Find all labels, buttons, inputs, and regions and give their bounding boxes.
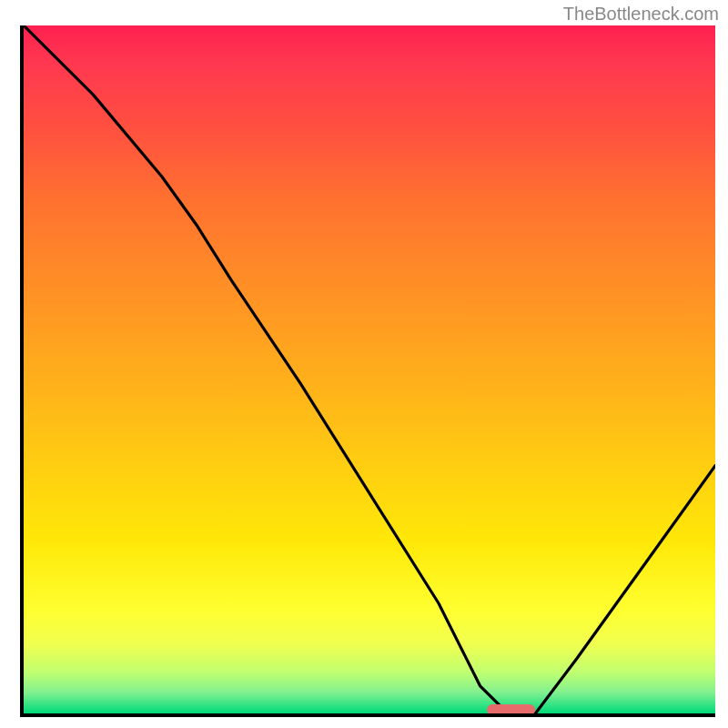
bottleneck-curve-path	[24, 25, 715, 713]
chart-plot-area	[20, 25, 715, 717]
bottleneck-curve-svg	[24, 25, 715, 713]
watermark-text: TheBottleneck.com	[563, 4, 719, 25]
optimal-range-marker	[487, 704, 535, 715]
